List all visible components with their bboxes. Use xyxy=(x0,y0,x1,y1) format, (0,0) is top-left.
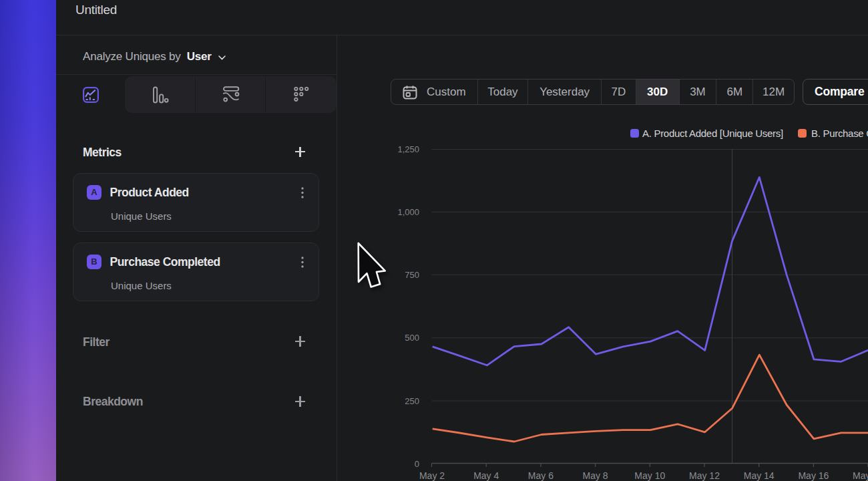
svg-text:May 12: May 12 xyxy=(689,470,720,481)
svg-text:1,000: 1,000 xyxy=(397,207,419,217)
svg-text:0: 0 xyxy=(415,459,419,469)
svg-text:500: 500 xyxy=(405,333,419,343)
svg-text:750: 750 xyxy=(405,270,419,280)
svg-text:250: 250 xyxy=(405,396,419,406)
svg-text:May 16: May 16 xyxy=(798,470,829,481)
svg-text:May 10: May 10 xyxy=(634,470,665,481)
svg-text:May 8: May 8 xyxy=(583,470,608,481)
svg-text:May 14: May 14 xyxy=(744,470,775,481)
svg-text:May 18: May 18 xyxy=(853,470,868,481)
svg-text:May 6: May 6 xyxy=(528,470,554,481)
svg-text:May 2: May 2 xyxy=(419,470,445,481)
svg-text:May 4: May 4 xyxy=(473,470,499,481)
svg-text:1,250: 1,250 xyxy=(397,144,419,154)
